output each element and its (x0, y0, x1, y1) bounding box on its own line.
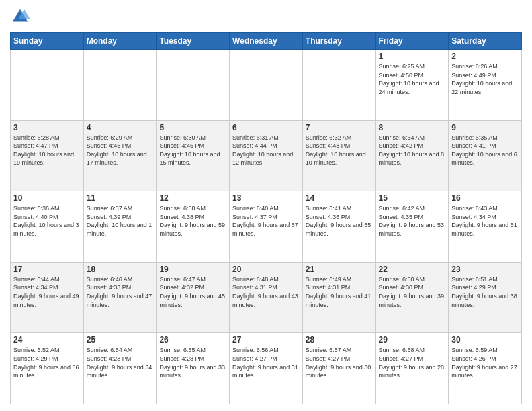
calendar-week-row: 10Sunrise: 6:36 AMSunset: 4:40 PMDayligh… (11, 191, 522, 263)
weekday-header: Saturday (449, 33, 522, 50)
day-info: Sunrise: 6:58 AMSunset: 4:27 PMDaylight:… (379, 346, 446, 379)
day-info: Sunrise: 6:40 AMSunset: 4:37 PMDaylight:… (232, 204, 300, 238)
weekday-header-row: SundayMondayTuesdayWednesdayThursdayFrid… (11, 33, 522, 50)
weekday-header: Thursday (302, 33, 375, 50)
day-number: 7 (306, 123, 373, 132)
day-info: Sunrise: 6:26 AMSunset: 4:49 PMDaylight:… (451, 62, 519, 96)
calendar-cell: 14Sunrise: 6:41 AMSunset: 4:36 PMDayligh… (302, 191, 375, 263)
day-info: Sunrise: 6:41 AMSunset: 4:36 PMDaylight:… (306, 204, 373, 238)
calendar-cell: 2Sunrise: 6:26 AMSunset: 4:49 PMDaylight… (449, 50, 522, 121)
calendar-week-row: 1Sunrise: 6:25 AMSunset: 4:50 PMDaylight… (11, 50, 522, 121)
calendar-cell: 8Sunrise: 6:34 AMSunset: 4:42 PMDaylight… (375, 120, 449, 191)
weekday-header: Sunday (11, 33, 84, 50)
calendar-cell (230, 50, 303, 121)
calendar-cell: 5Sunrise: 6:30 AMSunset: 4:45 PMDaylight… (157, 120, 230, 191)
day-info: Sunrise: 6:38 AMSunset: 4:38 PMDaylight:… (159, 204, 226, 238)
logo (10, 7, 33, 27)
day-number: 6 (232, 123, 300, 132)
header (10, 7, 522, 27)
calendar-cell: 13Sunrise: 6:40 AMSunset: 4:37 PMDayligh… (230, 191, 303, 263)
calendar-week-row: 24Sunrise: 6:52 AMSunset: 4:29 PMDayligh… (11, 333, 522, 404)
day-info: Sunrise: 6:44 AMSunset: 4:34 PMDaylight:… (13, 275, 81, 309)
calendar-cell: 22Sunrise: 6:50 AMSunset: 4:30 PMDayligh… (375, 262, 449, 333)
calendar-cell: 29Sunrise: 6:58 AMSunset: 4:27 PMDayligh… (375, 333, 449, 404)
day-number: 5 (159, 123, 226, 132)
day-number: 8 (379, 123, 446, 132)
day-info: Sunrise: 6:46 AMSunset: 4:33 PMDaylight:… (87, 275, 154, 309)
day-info: Sunrise: 6:50 AMSunset: 4:30 PMDaylight:… (379, 275, 446, 309)
day-number: 18 (87, 265, 154, 274)
day-info: Sunrise: 6:30 AMSunset: 4:45 PMDaylight:… (159, 134, 226, 167)
day-number: 15 (379, 193, 446, 203)
calendar-cell (302, 50, 375, 121)
calendar-cell: 1Sunrise: 6:25 AMSunset: 4:50 PMDaylight… (375, 50, 449, 121)
calendar-cell: 26Sunrise: 6:55 AMSunset: 4:28 PMDayligh… (157, 333, 230, 404)
day-number: 4 (87, 123, 154, 132)
calendar-cell: 6Sunrise: 6:31 AMSunset: 4:44 PMDaylight… (230, 120, 303, 191)
day-number: 11 (87, 193, 154, 203)
day-number: 26 (159, 335, 226, 345)
day-info: Sunrise: 6:52 AMSunset: 4:29 PMDaylight:… (13, 346, 81, 379)
day-number: 30 (451, 335, 519, 345)
day-info: Sunrise: 6:54 AMSunset: 4:28 PMDaylight:… (87, 346, 154, 379)
day-info: Sunrise: 6:29 AMSunset: 4:46 PMDaylight:… (87, 134, 154, 167)
calendar-table: SundayMondayTuesdayWednesdayThursdayFrid… (10, 32, 522, 404)
calendar-cell: 18Sunrise: 6:46 AMSunset: 4:33 PMDayligh… (83, 262, 157, 333)
day-number: 25 (87, 335, 154, 345)
page: SundayMondayTuesdayWednesdayThursdayFrid… (0, 0, 532, 411)
day-number: 23 (451, 265, 519, 274)
day-info: Sunrise: 6:34 AMSunset: 4:42 PMDaylight:… (379, 134, 446, 167)
calendar-cell: 30Sunrise: 6:59 AMSunset: 4:26 PMDayligh… (449, 333, 522, 404)
day-number: 10 (13, 193, 81, 203)
calendar-cell: 25Sunrise: 6:54 AMSunset: 4:28 PMDayligh… (83, 333, 157, 404)
calendar-cell: 17Sunrise: 6:44 AMSunset: 4:34 PMDayligh… (11, 262, 84, 333)
day-info: Sunrise: 6:32 AMSunset: 4:43 PMDaylight:… (306, 134, 373, 167)
calendar-cell: 11Sunrise: 6:37 AMSunset: 4:39 PMDayligh… (83, 191, 157, 263)
day-info: Sunrise: 6:35 AMSunset: 4:41 PMDaylight:… (451, 134, 519, 167)
weekday-header: Wednesday (230, 33, 303, 50)
day-info: Sunrise: 6:49 AMSunset: 4:31 PMDaylight:… (306, 275, 373, 309)
calendar-cell: 15Sunrise: 6:42 AMSunset: 4:35 PMDayligh… (375, 191, 449, 263)
calendar-week-row: 3Sunrise: 6:28 AMSunset: 4:47 PMDaylight… (11, 120, 522, 191)
calendar-cell (83, 50, 157, 121)
day-number: 16 (451, 193, 519, 203)
day-info: Sunrise: 6:48 AMSunset: 4:31 PMDaylight:… (232, 275, 300, 309)
day-number: 1 (379, 52, 446, 61)
calendar-cell: 23Sunrise: 6:51 AMSunset: 4:29 PMDayligh… (449, 262, 522, 333)
day-info: Sunrise: 6:25 AMSunset: 4:50 PMDaylight:… (379, 62, 446, 96)
calendar-cell: 12Sunrise: 6:38 AMSunset: 4:38 PMDayligh… (157, 191, 230, 263)
day-number: 21 (306, 265, 373, 274)
weekday-header: Friday (375, 33, 449, 50)
day-number: 13 (232, 193, 300, 203)
day-number: 24 (13, 335, 81, 345)
day-number: 19 (159, 265, 226, 274)
weekday-header: Tuesday (157, 33, 230, 50)
day-number: 22 (379, 265, 446, 274)
day-info: Sunrise: 6:51 AMSunset: 4:29 PMDaylight:… (451, 275, 519, 309)
calendar-cell: 3Sunrise: 6:28 AMSunset: 4:47 PMDaylight… (11, 120, 84, 191)
day-number: 17 (13, 265, 81, 274)
day-info: Sunrise: 6:56 AMSunset: 4:27 PMDaylight:… (232, 346, 300, 379)
day-info: Sunrise: 6:37 AMSunset: 4:39 PMDaylight:… (87, 204, 154, 238)
day-number: 14 (306, 193, 373, 203)
day-number: 12 (159, 193, 226, 203)
calendar-cell (11, 50, 84, 121)
calendar-week-row: 17Sunrise: 6:44 AMSunset: 4:34 PMDayligh… (11, 262, 522, 333)
day-number: 20 (232, 265, 300, 274)
day-info: Sunrise: 6:36 AMSunset: 4:40 PMDaylight:… (13, 204, 81, 238)
day-number: 2 (451, 52, 519, 61)
day-info: Sunrise: 6:43 AMSunset: 4:34 PMDaylight:… (451, 204, 519, 238)
day-info: Sunrise: 6:59 AMSunset: 4:26 PMDaylight:… (451, 346, 519, 379)
calendar-cell: 4Sunrise: 6:29 AMSunset: 4:46 PMDaylight… (83, 120, 157, 191)
day-number: 28 (306, 335, 373, 345)
calendar-cell: 27Sunrise: 6:56 AMSunset: 4:27 PMDayligh… (230, 333, 303, 404)
day-number: 3 (13, 123, 81, 132)
day-number: 9 (451, 123, 519, 132)
calendar-cell: 20Sunrise: 6:48 AMSunset: 4:31 PMDayligh… (230, 262, 303, 333)
day-info: Sunrise: 6:57 AMSunset: 4:27 PMDaylight:… (306, 346, 373, 379)
calendar-cell: 19Sunrise: 6:47 AMSunset: 4:32 PMDayligh… (157, 262, 230, 333)
day-info: Sunrise: 6:47 AMSunset: 4:32 PMDaylight:… (159, 275, 226, 309)
calendar-cell: 24Sunrise: 6:52 AMSunset: 4:29 PMDayligh… (11, 333, 84, 404)
day-info: Sunrise: 6:31 AMSunset: 4:44 PMDaylight:… (232, 134, 300, 167)
day-info: Sunrise: 6:55 AMSunset: 4:28 PMDaylight:… (159, 346, 226, 379)
